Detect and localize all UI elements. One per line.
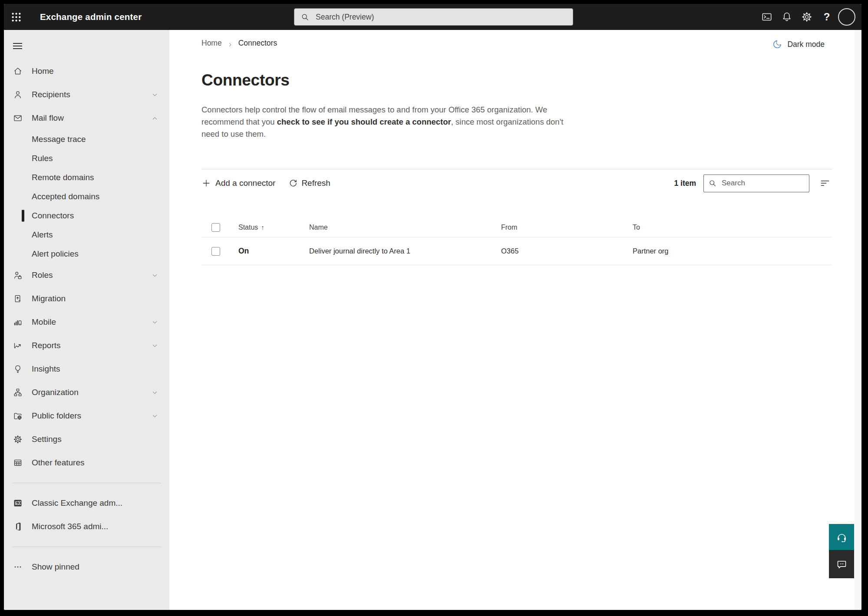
sidebar-item-label: Classic Exchange adm... — [32, 498, 122, 508]
search-icon — [708, 179, 722, 188]
notifications-button[interactable] — [777, 4, 797, 30]
sort-up-arrow: ↑ — [261, 224, 264, 231]
sidebar-item-classic-exchange-adm[interactable]: EClassic Exchange adm... — [4, 491, 169, 515]
classic-exchange-icon: E — [13, 498, 23, 508]
row-checkbox[interactable] — [211, 247, 220, 256]
sidebar-item-label: Roles — [32, 270, 53, 280]
sidebar-item-insights[interactable]: Insights — [4, 357, 169, 381]
sidebar-item-label: Accepted domains — [32, 192, 99, 201]
sidebar-item-label: Show pinned — [32, 562, 79, 572]
sidebar-item-label: Home — [32, 66, 54, 76]
support-button[interactable] — [829, 524, 854, 550]
sidebar-item-message-trace[interactable]: Message trace — [4, 130, 169, 149]
cell-name[interactable]: Deliver journal directly to Area 1 — [309, 247, 501, 255]
sidebar-item-alerts[interactable]: Alerts — [4, 225, 169, 244]
cloud-shell-button[interactable] — [757, 4, 777, 30]
chevron-down-icon — [152, 272, 158, 279]
table-row[interactable]: OnDeliver journal directly to Area 1O365… — [201, 237, 832, 265]
add-connector-label: Add a connector — [215, 178, 275, 188]
sidebar-item-label: Reports — [32, 341, 61, 350]
moon-icon — [772, 40, 787, 49]
hamburger-icon — [13, 41, 22, 51]
account-avatar[interactable] — [837, 4, 857, 30]
sidebar-item-label: Remote domains — [32, 173, 94, 182]
sidebar-item-settings[interactable]: Settings — [4, 428, 169, 451]
gear-icon — [13, 435, 23, 444]
sidebar-item-label: Alerts — [32, 230, 53, 240]
list-search-input[interactable]: Search — [703, 175, 809, 192]
sidebar: HomeRecipientsMail flowMessage traceRule… — [4, 30, 169, 610]
public-folders-icon — [13, 411, 23, 421]
help-icon: ? — [824, 11, 830, 23]
filter-button[interactable] — [818, 177, 832, 190]
sidebar-item-home[interactable]: Home — [4, 59, 169, 83]
sidebar-item-label: Recipients — [32, 90, 70, 99]
reports-icon — [13, 341, 23, 350]
ellipsis-icon — [13, 562, 23, 572]
selected-indicator — [22, 210, 24, 222]
list-search-placeholder: Search — [722, 179, 745, 188]
breadcrumb: HomeConnectors — [201, 39, 277, 48]
sidebar-item-label: Rules — [32, 154, 53, 163]
chevron-down-icon — [152, 413, 158, 419]
sidebar-item-remote-domains[interactable]: Remote domains — [4, 168, 169, 187]
column-header-status[interactable]: Status↑ — [238, 224, 309, 231]
settings-button[interactable] — [797, 4, 817, 30]
app-launcher-button[interactable] — [4, 4, 28, 30]
sidebar-item-mobile[interactable]: Mobile — [4, 310, 169, 334]
main-content: HomeConnectors Dark mode Connectors Conn… — [169, 30, 861, 610]
person-icon — [13, 90, 23, 99]
chevron-down-icon — [152, 92, 158, 98]
sidebar-item-roles[interactable]: Roles — [4, 264, 169, 287]
sidebar-item-microsoft-365-admi[interactable]: Microsoft 365 admi... — [4, 515, 169, 538]
sidebar-item-recipients[interactable]: Recipients — [4, 83, 169, 106]
refresh-button[interactable]: Refresh — [288, 178, 330, 188]
column-header-name[interactable]: Name — [309, 224, 501, 231]
sidebar-item-public-folders[interactable]: Public folders — [4, 404, 169, 428]
floating-actions — [829, 524, 854, 578]
feedback-button[interactable] — [829, 550, 854, 578]
sidebar-item-mail-flow[interactable]: Mail flow — [4, 106, 169, 130]
sidebar-item-migration[interactable]: Migration — [4, 287, 169, 310]
sidebar-item-accepted-domains[interactable]: Accepted domains — [4, 187, 169, 206]
page-description: Connectors help control the flow of emai… — [201, 104, 574, 140]
sidebar-item-label: Mobile — [32, 317, 56, 327]
dark-mode-toggle[interactable]: Dark mode — [772, 40, 825, 49]
topbar: Exchange admin center Search (Preview) ? — [4, 4, 861, 30]
global-search-input[interactable]: Search (Preview) — [294, 8, 573, 26]
sidebar-item-reports[interactable]: Reports — [4, 334, 169, 357]
microsoft-365-icon — [13, 522, 23, 531]
sidebar-item-alert-policies[interactable]: Alert policies — [4, 244, 169, 264]
sidebar-item-label: Other features — [32, 458, 84, 468]
avatar-circle — [838, 8, 855, 26]
description-link[interactable]: check to see if you should create a conn… — [277, 117, 451, 126]
scrollbar-gutter[interactable] — [855, 30, 861, 610]
sidebar-item-organization[interactable]: Organization — [4, 381, 169, 404]
sidebar-item-label: Microsoft 365 admi... — [32, 522, 108, 531]
other-features-icon — [13, 458, 23, 468]
column-header-to[interactable]: To — [633, 224, 832, 231]
column-header-from[interactable]: From — [501, 224, 633, 231]
home-icon — [13, 66, 23, 76]
sidebar-item-other-features[interactable]: Other features — [4, 451, 169, 474]
add-connector-button[interactable]: Add a connector — [201, 178, 275, 188]
help-button[interactable]: ? — [817, 4, 837, 30]
headset-icon — [836, 531, 848, 543]
sidebar-collapse-button[interactable] — [4, 37, 169, 55]
select-all-checkbox[interactable] — [211, 223, 220, 232]
sidebar-item-rules[interactable]: Rules — [4, 149, 169, 168]
cell-to: Partner org — [633, 247, 832, 255]
cell-from: O365 — [501, 247, 633, 255]
svg-text:E: E — [15, 501, 18, 506]
sidebar-item-label: Message trace — [32, 135, 86, 144]
breadcrumb-home[interactable]: Home — [201, 39, 222, 48]
topbar-actions: ? — [757, 4, 857, 30]
chevron-up-icon — [152, 115, 158, 122]
migration-icon — [13, 294, 23, 303]
sidebar-item-show-pinned[interactable]: Show pinned — [4, 555, 169, 579]
chevron-down-icon — [152, 389, 158, 396]
sidebar-item-label: Migration — [32, 294, 66, 303]
sidebar-item-connectors[interactable]: Connectors — [4, 206, 169, 225]
chevron-down-icon — [152, 319, 158, 326]
sidebar-item-label: Organization — [32, 388, 79, 397]
